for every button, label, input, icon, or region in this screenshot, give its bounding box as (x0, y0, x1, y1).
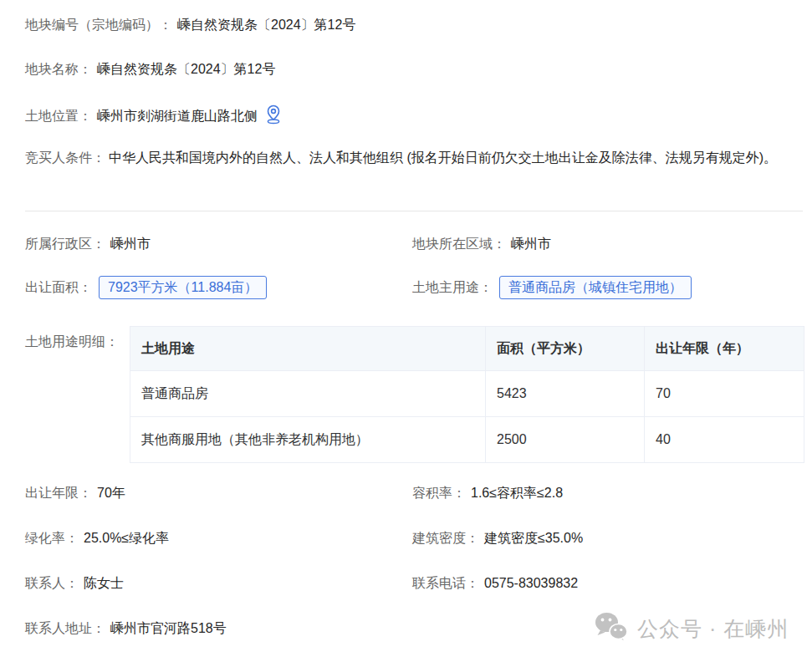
land-location-value: 嵊州市剡湖街道鹿山路北侧 (97, 109, 258, 123)
parcel-region-field: 地块所在区域：嵊州市 (412, 235, 551, 253)
main-use-label: 土地主用途： (412, 278, 493, 297)
contact-phone-value: 0575-83039832 (484, 576, 578, 590)
plot-ratio-field: 容积率：1.6≤容积率≤2.8 (412, 484, 563, 502)
wechat-watermark: 公众号 · 在嵊州 (594, 611, 789, 646)
contact-phone-field: 联系电话：0575-83039832 (412, 574, 578, 593)
building-density-field: 建筑密度：建筑密度≤35.0% (412, 529, 583, 548)
main-use-field: 土地主用途：普通商品房（城镇住宅用地） (412, 276, 692, 299)
cell-years: 70 (645, 371, 804, 417)
cell-land-use: 普通商品房 (130, 371, 486, 417)
table-header-row: 土地用途 面积（平方米） 出让年限（年） (130, 327, 804, 371)
parcel-name-field: 地块名称：嵊自然资规条〔2024〕第12号 (25, 60, 275, 79)
wechat-icon (594, 611, 629, 646)
building-density-value: 建筑密度≤35.0% (484, 531, 583, 545)
bidder-condition-value: 中华人民共和国境内外的自然人、法人和其他组织 (报名开始日前仍欠交土地出让金及除… (109, 145, 799, 171)
transfer-area-field: 出让面积：7923平方米（11.884亩） (25, 276, 267, 299)
cell-land-use: 其他商服用地（其他非养老机构用地） (130, 417, 486, 463)
plot-ratio-label: 容积率： (412, 486, 466, 500)
admin-region-field: 所属行政区：嵊州市 (25, 235, 151, 253)
green-rate-field: 绿化率：25.0%≤绿化率 (25, 529, 169, 548)
parcel-name-value: 嵊自然资规条〔2024〕第12号 (97, 62, 275, 76)
land-parcel-detail-page: 地块编号（宗地编码）：嵊自然资规条〔2024〕第12号 地块名称：嵊自然资规条〔… (0, 0, 812, 657)
section-divider (25, 211, 803, 211)
land-use-detail-label: 土地用途明细： (25, 333, 130, 351)
transfer-years-value: 70年 (97, 486, 125, 500)
col-header-area: 面积（平方米） (486, 327, 645, 371)
contact-phone-label: 联系电话： (412, 576, 479, 590)
parcel-name-label: 地块名称： (25, 62, 92, 76)
parcel-code-value: 嵊自然资规条〔2024〕第12号 (177, 18, 355, 32)
parcel-code-field: 地块编号（宗地编码）：嵊自然资规条〔2024〕第12号 (25, 16, 355, 34)
cell-area: 5423 (486, 371, 645, 417)
table-row: 普通商品房 5423 70 (130, 371, 804, 417)
parcel-region-label: 地块所在区域： (412, 237, 506, 251)
contact-person-value: 陈女士 (84, 576, 124, 590)
parcel-region-value: 嵊州市 (511, 237, 551, 251)
admin-region-value: 嵊州市 (110, 237, 151, 251)
land-use-detail-section: 土地用途明细： 土地用途 面积（平方米） 出让年限（年） 普通商品房 5423 … (25, 326, 804, 463)
transfer-area-badge: 7923平方米（11.884亩） (99, 276, 267, 299)
watermark-text: 公众号 · 在嵊州 (637, 615, 789, 643)
land-location-label: 土地位置： (25, 109, 92, 123)
contact-address-label: 联系人地址： (25, 621, 105, 635)
admin-region-label: 所属行政区： (25, 237, 105, 251)
transfer-years-label: 出让年限： (25, 486, 92, 500)
bidder-condition-label: 竞买人条件： (25, 145, 105, 171)
bidder-condition-field: 竞买人条件： 中华人民共和国境内外的自然人、法人和其他组织 (报名开始日前仍欠交… (25, 145, 799, 171)
transfer-years-field: 出让年限：70年 (25, 484, 125, 502)
green-rate-value: 25.0%≤绿化率 (84, 531, 169, 545)
plot-ratio-value: 1.6≤容积率≤2.8 (471, 486, 563, 500)
contact-address-value: 嵊州市官河路518号 (110, 621, 227, 635)
contact-person-field: 联系人：陈女士 (25, 574, 124, 593)
col-header-land-use: 土地用途 (130, 327, 486, 371)
main-use-badge: 普通商品房（城镇住宅用地） (499, 276, 692, 299)
contact-person-label: 联系人： (25, 576, 79, 590)
location-pin-icon[interactable] (264, 104, 283, 130)
transfer-area-label: 出让面积： (25, 278, 92, 297)
parcel-code-label: 地块编号（宗地编码）： (25, 18, 172, 32)
land-location-field: 土地位置：嵊州市剡湖街道鹿山路北侧 (25, 104, 283, 130)
cell-years: 40 (645, 417, 804, 463)
building-density-label: 建筑密度： (412, 531, 479, 545)
contact-address-field: 联系人地址：嵊州市官河路518号 (25, 619, 227, 638)
col-header-years: 出让年限（年） (645, 327, 804, 371)
table-row: 其他商服用地（其他非养老机构用地） 2500 40 (130, 417, 804, 463)
green-rate-label: 绿化率： (25, 531, 79, 545)
cell-area: 2500 (486, 417, 645, 463)
land-use-detail-table: 土地用途 面积（平方米） 出让年限（年） 普通商品房 5423 70 其他商服用… (130, 326, 804, 463)
